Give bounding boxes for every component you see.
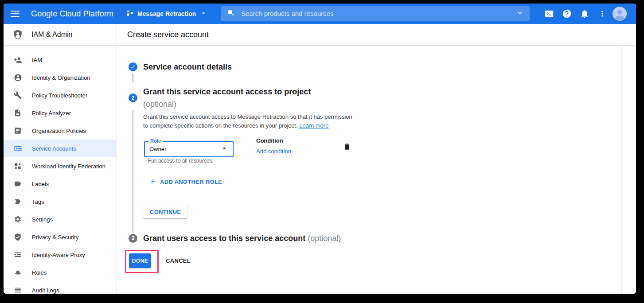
more-vert-icon[interactable]	[597, 8, 608, 19]
lines-icon	[13, 286, 22, 294]
role-field-label: Role	[148, 138, 163, 144]
role-select[interactable]: Role Owner	[144, 141, 234, 157]
sidebar-item-label: Identity-Aware Proxy	[32, 252, 85, 258]
sidebar-item-roles[interactable]: Roles	[4, 264, 116, 281]
step1-title: Service account details	[143, 61, 232, 73]
step-connector	[133, 73, 133, 82]
document-icon	[13, 109, 22, 117]
gear-icon	[13, 215, 22, 223]
add-condition-link[interactable]: Add condition	[256, 148, 291, 155]
wrench-icon	[13, 91, 22, 99]
sidebar-item-policy-troubleshooter[interactable]: Policy Troubleshooter	[4, 86, 116, 104]
step2-number-badge: 2	[129, 93, 137, 102]
step-connector	[133, 110, 133, 232]
striped-box-icon	[13, 251, 22, 259]
create-service-account-form: Service account details 2 Grant this ser…	[117, 46, 636, 294]
step2-title: Grant this service account access to pro…	[143, 85, 311, 110]
dropdown-arrow-icon	[220, 144, 228, 154]
sidebar-item-label: Organization Policies	[32, 128, 86, 134]
continue-button[interactable]: CONTINUE	[143, 205, 187, 218]
add-another-role-button[interactable]: ADD ANOTHER ROLE	[147, 176, 225, 188]
sidebar-item-label: Roles	[32, 269, 47, 276]
notifications-icon[interactable]	[579, 8, 590, 19]
chevron-down-icon[interactable]	[515, 8, 524, 19]
sidebar-item-label: Identity & Organization	[32, 74, 90, 81]
step2-title-text: Grant this service account access to pro…	[143, 87, 311, 96]
sidebar-item-policy-analyzer[interactable]: Policy Analyzer	[4, 104, 116, 122]
learn-more-link[interactable]: Learn more	[299, 122, 328, 129]
sidebar-item-organization-policies[interactable]: Organization Policies	[4, 122, 116, 140]
body-row: IAM & Admin IAM Identity & Organization …	[4, 24, 636, 294]
label-icon	[13, 180, 22, 188]
done-button[interactable]: DONE	[129, 253, 151, 268]
sidebar-item-identity-organization[interactable]: Identity & Organization	[4, 69, 116, 86]
person-add-icon	[13, 56, 22, 64]
shield-check-icon	[13, 233, 22, 241]
sidebar-item-label: Labels	[32, 181, 49, 187]
main-area: Create service account Service account d…	[117, 24, 636, 294]
condition-label: Condition	[256, 137, 283, 144]
help-icon[interactable]	[562, 8, 572, 19]
shield-person-icon	[12, 29, 23, 40]
list-box-icon	[13, 127, 22, 135]
search-bar[interactable]	[221, 6, 530, 21]
role-selected-value: Owner	[149, 146, 220, 152]
sidebar-item-label: Policy Analyzer	[32, 110, 71, 117]
delete-role-icon[interactable]	[342, 142, 352, 152]
sidebar-item-label: Service Accounts	[32, 145, 76, 152]
sidebar-item-workload-identity-federation[interactable]: Workload Identity Federation	[4, 157, 116, 175]
sidebar-item-iam[interactable]: IAM	[4, 51, 116, 69]
sidebar-item-service-accounts[interactable]: Service Accounts	[4, 140, 116, 157]
top-app-bar: Google Cloud Platform Message Retraction	[4, 4, 636, 24]
sidebar-item-label: Audit Logs	[32, 287, 59, 294]
role-helper-text: Full access to all resources.	[148, 158, 214, 164]
sidebar: IAM & Admin IAM Identity & Organization …	[4, 24, 117, 294]
avatar[interactable]	[613, 7, 627, 21]
sidebar-menu: IAM Identity & Organization Policy Troub…	[4, 46, 116, 294]
plus-icon	[149, 178, 156, 186]
sidebar-item-label: IAM	[32, 57, 42, 63]
sidebar-item-label: Tags	[32, 198, 44, 205]
project-selector[interactable]: Message Retraction	[124, 7, 209, 20]
scrollbar[interactable]	[621, 46, 622, 294]
sidebar-header: IAM & Admin	[4, 24, 116, 46]
sidebar-item-label: Settings	[32, 216, 53, 223]
search-input[interactable]	[240, 9, 515, 18]
step3-number-badge: 3	[129, 234, 137, 243]
sidebar-item-tags[interactable]: Tags	[4, 193, 116, 210]
browser-viewport: Google Cloud Platform Message Retraction	[4, 4, 636, 294]
tag-icon	[13, 198, 22, 206]
step2-optional-label: (optional)	[143, 100, 176, 109]
step3-optional-label: (optional)	[308, 234, 341, 243]
sidebar-item-label: Privacy & Security	[32, 234, 78, 241]
sidebar-item-settings[interactable]: Settings	[4, 210, 116, 228]
hat-icon	[13, 268, 22, 277]
project-dots-icon	[126, 9, 134, 19]
search-icon	[227, 9, 235, 19]
step3-title: Grant users access to this service accou…	[143, 232, 341, 245]
page-title: Create service account	[127, 30, 209, 39]
brand-title: Google Cloud Platform	[31, 4, 113, 24]
step1-complete-icon	[129, 62, 137, 71]
page-header: Create service account	[117, 24, 636, 46]
sidebar-item-identity-aware-proxy[interactable]: Identity-Aware Proxy	[4, 246, 116, 264]
sidebar-item-audit-logs[interactable]: Audit Logs	[4, 281, 116, 294]
caret-down-icon	[199, 9, 207, 19]
project-name: Message Retraction	[137, 10, 196, 17]
sidebar-item-labels[interactable]: Labels	[4, 175, 116, 193]
shapes-grid-icon	[13, 162, 22, 170]
step3-title-text: Grant users access to this service accou…	[143, 234, 305, 243]
cloud-shell-icon[interactable]	[544, 8, 554, 19]
sidebar-title: IAM & Admin	[31, 31, 72, 39]
badge-icon	[13, 144, 22, 153]
cancel-button[interactable]: CANCEL	[163, 257, 193, 264]
sidebar-item-label: Workload Identity Federation	[32, 163, 105, 170]
hamburger-menu-icon[interactable]	[11, 8, 21, 19]
person-circle-icon	[13, 74, 22, 82]
sidebar-item-privacy-security[interactable]: Privacy & Security	[4, 228, 116, 246]
step2-description: Grant this service account access to Mes…	[143, 113, 357, 130]
sidebar-item-label: Policy Troubleshooter	[32, 92, 87, 99]
